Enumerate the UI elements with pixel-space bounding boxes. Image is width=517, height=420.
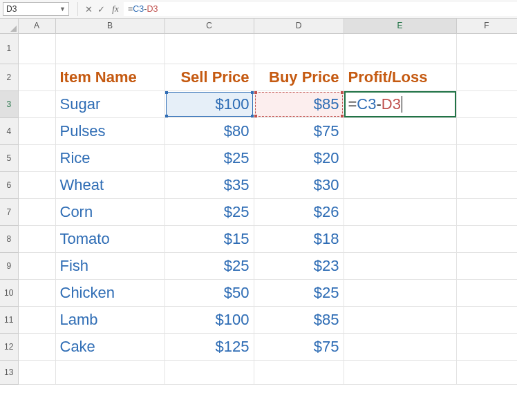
cell-B13[interactable] <box>55 360 164 384</box>
col-header-F[interactable]: F <box>456 19 517 33</box>
cell-D3[interactable]: $85 <box>254 90 344 117</box>
cell-B3[interactable]: Sugar <box>55 90 164 117</box>
cell-A3[interactable] <box>18 90 55 117</box>
cancel-icon[interactable]: ✕ <box>82 4 95 15</box>
spreadsheet-grid[interactable]: A B C D E F 1 2 Item Name Sell Price Buy… <box>0 19 517 385</box>
col-header-B[interactable]: B <box>55 19 164 33</box>
cell-F6[interactable] <box>456 171 517 198</box>
cell-C5[interactable]: $25 <box>164 144 254 171</box>
cell-D2[interactable]: Buy Price <box>254 64 344 90</box>
cell-F1[interactable] <box>456 33 517 64</box>
cell-A5[interactable] <box>18 144 55 171</box>
row-header-9[interactable]: 9 <box>0 252 18 279</box>
cell-F11[interactable] <box>456 306 517 333</box>
cell-F2[interactable] <box>456 64 517 90</box>
cell-A12[interactable] <box>18 333 55 360</box>
cell-B8[interactable]: Tomato <box>55 225 164 252</box>
row-header-12[interactable]: 12 <box>0 333 18 360</box>
formula-input[interactable]: =C3-D3 <box>124 2 517 16</box>
cell-C12[interactable]: $125 <box>164 333 254 360</box>
cell-E11[interactable] <box>344 306 456 333</box>
cell-D6[interactable]: $30 <box>254 171 344 198</box>
row-header-10[interactable]: 10 <box>0 279 18 306</box>
cell-F9[interactable] <box>456 252 517 279</box>
cell-B7[interactable]: Corn <box>55 198 164 225</box>
cell-E4[interactable] <box>344 117 456 144</box>
cell-E3[interactable]: =C3-D3 <box>344 90 456 117</box>
cell-E6[interactable] <box>344 171 456 198</box>
cell-F13[interactable] <box>456 360 517 384</box>
cell-B4[interactable]: Pulses <box>55 117 164 144</box>
cell-A4[interactable] <box>18 117 55 144</box>
cell-A8[interactable] <box>18 225 55 252</box>
cell-B2[interactable]: Item Name <box>55 64 164 90</box>
cell-E7[interactable] <box>344 198 456 225</box>
cell-E10[interactable] <box>344 279 456 306</box>
cell-D7[interactable]: $26 <box>254 198 344 225</box>
name-box-dropdown-icon[interactable]: ▼ <box>59 6 66 12</box>
cell-E13[interactable] <box>344 360 456 384</box>
cell-F8[interactable] <box>456 225 517 252</box>
row-header-7[interactable]: 7 <box>0 198 18 225</box>
cell-D4[interactable]: $75 <box>254 117 344 144</box>
cell-C9[interactable]: $25 <box>164 252 254 279</box>
cell-A11[interactable] <box>18 306 55 333</box>
cell-C7[interactable]: $25 <box>164 198 254 225</box>
cell-F3[interactable] <box>456 90 517 117</box>
cell-D10[interactable]: $25 <box>254 279 344 306</box>
row-header-6[interactable]: 6 <box>0 171 18 198</box>
col-header-C[interactable]: C <box>164 19 254 33</box>
row-header-3[interactable]: 3 <box>0 90 18 117</box>
cell-C4[interactable]: $80 <box>164 117 254 144</box>
cell-D9[interactable]: $23 <box>254 252 344 279</box>
fx-icon[interactable]: fx <box>107 3 124 15</box>
cell-B11[interactable]: Lamb <box>55 306 164 333</box>
cell-D8[interactable]: $18 <box>254 225 344 252</box>
row-header-1[interactable]: 1 <box>0 33 18 64</box>
cell-D1[interactable] <box>254 33 344 64</box>
cell-E5[interactable] <box>344 144 456 171</box>
cell-E8[interactable] <box>344 225 456 252</box>
cell-A6[interactable] <box>18 171 55 198</box>
confirm-icon[interactable]: ✓ <box>95 4 107 15</box>
row-header-8[interactable]: 8 <box>0 225 18 252</box>
cell-A2[interactable] <box>18 64 55 90</box>
cell-C13[interactable] <box>164 360 254 384</box>
cell-F5[interactable] <box>456 144 517 171</box>
cell-F4[interactable] <box>456 117 517 144</box>
cell-E9[interactable] <box>344 252 456 279</box>
cell-C2[interactable]: Sell Price <box>164 64 254 90</box>
cell-A9[interactable] <box>18 252 55 279</box>
cell-D5[interactable]: $20 <box>254 144 344 171</box>
cell-E12[interactable] <box>344 333 456 360</box>
cell-D11[interactable]: $85 <box>254 306 344 333</box>
cell-A13[interactable] <box>18 360 55 384</box>
cell-B1[interactable] <box>55 33 164 64</box>
col-header-A[interactable]: A <box>18 19 55 33</box>
cell-C8[interactable]: $15 <box>164 225 254 252</box>
col-header-E[interactable]: E <box>344 19 456 33</box>
name-box[interactable]: D3 ▼ <box>3 2 69 16</box>
cell-B5[interactable]: Rice <box>55 144 164 171</box>
cell-B9[interactable]: Fish <box>55 252 164 279</box>
edit-overlay-E3[interactable]: =C3-D3 <box>344 91 456 117</box>
cell-C6[interactable]: $35 <box>164 171 254 198</box>
cell-B10[interactable]: Chicken <box>55 279 164 306</box>
cell-A7[interactable] <box>18 198 55 225</box>
cell-C10[interactable]: $50 <box>164 279 254 306</box>
cell-A1[interactable] <box>18 33 55 64</box>
col-header-D[interactable]: D <box>254 19 344 33</box>
cell-C3[interactable]: $100 <box>164 90 254 117</box>
cell-C11[interactable]: $100 <box>164 306 254 333</box>
cell-C1[interactable] <box>164 33 254 64</box>
row-header-4[interactable]: 4 <box>0 117 18 144</box>
row-header-13[interactable]: 13 <box>0 360 18 384</box>
cell-D13[interactable] <box>254 360 344 384</box>
cell-B6[interactable]: Wheat <box>55 171 164 198</box>
select-all-corner[interactable] <box>0 19 18 33</box>
cell-D12[interactable]: $75 <box>254 333 344 360</box>
cell-E1[interactable] <box>344 33 456 64</box>
cell-E2[interactable]: Profit/Loss <box>344 64 456 90</box>
row-header-5[interactable]: 5 <box>0 144 18 171</box>
cell-B12[interactable]: Cake <box>55 333 164 360</box>
